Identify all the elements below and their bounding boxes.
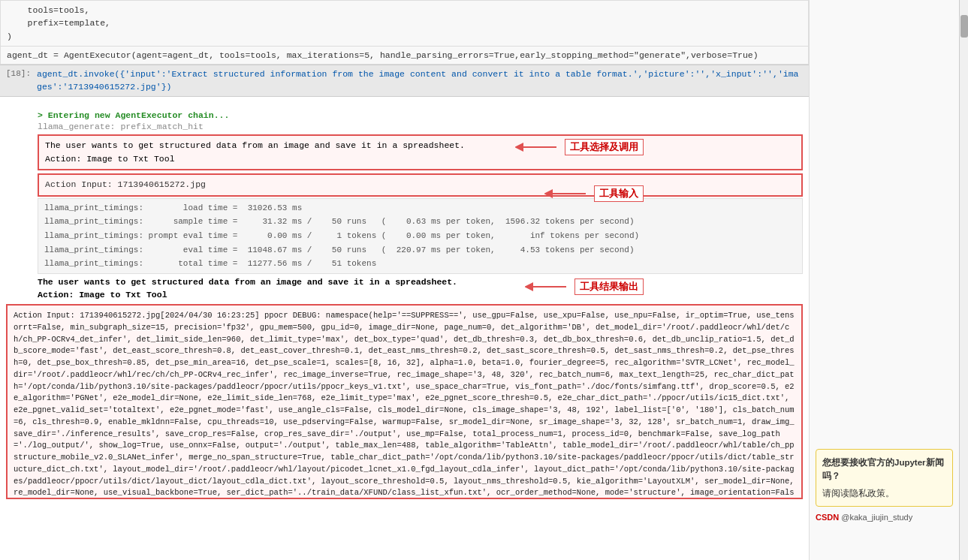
- agent-line: agent_dt = AgentExecutor(agent=agent_dt,…: [7, 49, 802, 62]
- timings-block: llama_print_timings: load time = 31026.5…: [38, 198, 803, 274]
- agent-line-block: agent_dt = AgentExecutor(agent=agent_dt,…: [0, 47, 809, 65]
- annotated-section: 工具选择及调用 The user wants to get structured…: [0, 134, 809, 197]
- cell-18-number: [18]:: [6, 68, 31, 78]
- csdn-link[interactable]: CSDN: [816, 513, 839, 522]
- tool-input-line1: Action Input: 1713940615272.jpg: [45, 178, 795, 191]
- result-section: 工具结果输出 The user wants to get structured …: [0, 275, 809, 301]
- main-content[interactable]: tools=tools, prefix=template, ) agent_dt…: [0, 0, 809, 560]
- tool-select-line1: The user wants to get structured data fr…: [45, 139, 795, 152]
- sidebar-right: 您想要接收官方的Jupyter新闻吗？ 请阅读隐私政策。 CSDN @kaka_…: [809, 0, 959, 560]
- code-line-1: tools=tools,: [7, 4, 802, 17]
- code-line-2: prefix=template,: [7, 17, 802, 29]
- popup-body: 请阅读隐私政策。: [822, 486, 946, 500]
- timing-4: llama_print_timings: eval time = 11048.6…: [44, 243, 796, 257]
- page-wrapper: tools=tools, prefix=template, ) agent_dt…: [0, 0, 968, 560]
- debug-block: Action Input: 1713940615272.jpg[2024/04/…: [6, 304, 803, 499]
- timing-1: llama_print_timings: load time = 31026.5…: [44, 201, 796, 215]
- tool-input-box: Action Input: 1713940615272.jpg: [38, 173, 803, 196]
- timing-5: llama_print_timings: total time = 11277.…: [44, 257, 796, 271]
- author-label: @kaka_jiujin_study: [841, 513, 912, 522]
- cell-18: [18]: agent_dt.invoke({'input':'Extract …: [0, 65, 809, 97]
- sidebar-bottom: CSDN @kaka_jiujin_study: [816, 513, 953, 522]
- timing-3: llama_print_timings: prompt eval time = …: [44, 229, 796, 243]
- output-area: [0, 97, 809, 109]
- result-line-2: Action: Image to Txt Tool: [0, 288, 809, 301]
- sidebar-popup: 您想要接收官方的Jupyter新闻吗？ 请阅读隐私政策。: [816, 449, 953, 507]
- result-line-2-text: Action: Image to Txt Tool: [38, 290, 167, 300]
- timing-2: llama_print_timings: sample time = 31.32…: [44, 215, 796, 229]
- chain-line: > Entering new AgentExecutor chain...: [0, 109, 809, 122]
- tool-select-line2: Action: Image to Txt Tool: [45, 152, 795, 166]
- llama-prefix-line: llama_generate: prefix_match_hit: [0, 122, 809, 131]
- cell-18-content: agent_dt.invoke({'input':'Extract struct…: [37, 68, 803, 94]
- popup-title: 您想要接收官方的Jupyter新闻吗？: [822, 456, 946, 483]
- scrollbar[interactable]: [959, 0, 968, 560]
- scrollbar-thumb[interactable]: [960, 15, 968, 38]
- code-line-3: ): [7, 30, 802, 43]
- tool-selection-box: The user wants to get structured data fr…: [38, 134, 803, 171]
- top-code-block: tools=tools, prefix=template, ): [0, 0, 809, 47]
- result-line-1: The user wants to get structured data fr…: [0, 275, 809, 288]
